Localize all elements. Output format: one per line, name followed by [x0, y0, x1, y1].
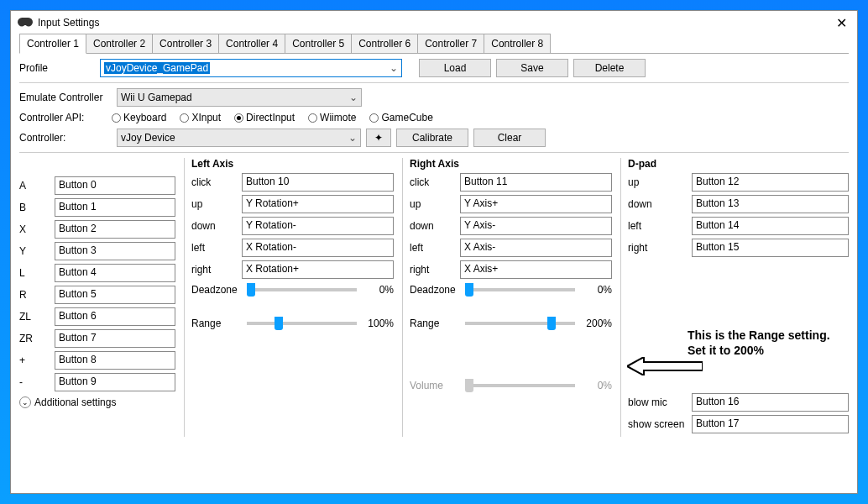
refresh-icon: ✦	[374, 132, 383, 144]
bind-ra-right[interactable]: X Axis+	[460, 260, 612, 279]
key-b: B	[19, 202, 55, 213]
radio-gamecube[interactable]: GameCube	[369, 112, 432, 123]
calibrate-button[interactable]: Calibrate	[396, 129, 468, 147]
tab-controller-6[interactable]: Controller 6	[351, 34, 418, 54]
radio-wiimote[interactable]: Wiimote	[308, 112, 356, 123]
input-settings-window: Input Settings ✕ Controller 1 Controller…	[10, 10, 858, 494]
bind-la-click[interactable]: Button 10	[242, 173, 394, 192]
refresh-button[interactable]: ✦	[366, 129, 391, 147]
controller-row: Controller: vJoy Device ⌄ ✦ Calibrate Cl…	[19, 129, 849, 147]
chevron-down-icon: ⌄	[349, 92, 358, 103]
key-plus: +	[19, 354, 55, 366]
profile-value: vJoyDevice_GamePad	[104, 62, 210, 74]
buttons-section: AButton 0 BButton 1 XButton 2 YButton 3 …	[19, 158, 175, 437]
key-zl: ZL	[19, 311, 55, 323]
bind-dp-up[interactable]: Button 12	[692, 173, 849, 192]
bind-dp-right[interactable]: Button 15	[692, 239, 849, 257]
mapping-columns: AButton 0 BButton 1 XButton 2 YButton 3 …	[19, 158, 849, 437]
bind-ra-left[interactable]: X Axis-	[460, 239, 612, 257]
bind-la-left[interactable]: X Rotation-	[242, 239, 394, 257]
radio-keyboard[interactable]: Keyboard	[112, 112, 166, 123]
bind-a[interactable]: Button 0	[55, 176, 175, 195]
load-button[interactable]: Load	[419, 59, 491, 77]
bind-zl[interactable]: Button 6	[55, 307, 175, 326]
key-l: L	[19, 267, 55, 279]
key-minus: -	[19, 376, 55, 388]
emulate-value: Wii U Gamepad	[121, 92, 192, 103]
volume-slider	[465, 384, 575, 387]
left-axis-section: Left Axis clickButton 10 upY Rotation+ d…	[184, 158, 394, 437]
bind-b[interactable]: Button 1	[55, 198, 175, 217]
left-axis-title: Left Axis	[191, 158, 394, 170]
show-screen-label: show screen	[628, 418, 692, 430]
bind-minus[interactable]: Button 9	[55, 373, 175, 391]
controller-value: vJoy Device	[121, 132, 175, 144]
right-axis-title: Right Axis	[410, 158, 612, 170]
key-zr: ZR	[19, 333, 55, 344]
delete-button[interactable]: Delete	[573, 59, 646, 77]
api-label: Controller API:	[19, 112, 103, 123]
content: Controller 1 Controller 2 Controller 3 C…	[11, 34, 857, 444]
profile-label: Profile	[19, 62, 95, 74]
tab-controller-1[interactable]: Controller 1	[19, 34, 86, 54]
bind-la-up[interactable]: Y Rotation+	[242, 195, 394, 213]
clear-button[interactable]: Clear	[473, 129, 546, 147]
blow-mic-label: blow mic	[628, 396, 692, 408]
api-row: Controller API: Keyboard XInput DirectIn…	[19, 112, 849, 123]
window-title: Input Settings	[38, 17, 833, 29]
gamepad-icon	[18, 18, 33, 28]
key-a: A	[19, 180, 55, 192]
emulate-row: Emulate Controller Wii U Gamepad ⌄	[19, 88, 849, 107]
chevron-down-icon: ⌄	[348, 132, 357, 144]
additional-settings-toggle[interactable]: ⌄ Additional settings	[19, 396, 175, 408]
dpad-section: D-pad upButton 12 downButton 13 leftButt…	[620, 158, 849, 437]
chevron-down-icon: ⌄	[19, 396, 31, 408]
bind-dp-left[interactable]: Button 14	[692, 217, 849, 235]
bind-show-screen[interactable]: Button 17	[692, 415, 849, 433]
annotation-text: This is the Range setting. Set it to 200…	[688, 328, 847, 358]
tab-controller-7[interactable]: Controller 7	[417, 34, 484, 54]
bind-x[interactable]: Button 2	[55, 220, 175, 239]
tab-controller-3[interactable]: Controller 3	[152, 34, 219, 54]
key-y: Y	[19, 245, 55, 257]
tab-controller-2[interactable]: Controller 2	[86, 34, 153, 54]
bind-ra-down[interactable]: Y Axis-	[460, 217, 612, 235]
close-button[interactable]: ✕	[833, 15, 850, 31]
ra-deadzone-slider[interactable]	[465, 288, 575, 291]
bind-r[interactable]: Button 5	[55, 286, 175, 304]
right-axis-section: Right Axis clickButton 11 upY Axis+ down…	[402, 158, 612, 437]
bind-ra-click[interactable]: Button 11	[460, 173, 612, 192]
bind-l[interactable]: Button 4	[55, 264, 175, 282]
key-x: X	[19, 223, 55, 235]
key-r: R	[19, 289, 55, 301]
bind-plus[interactable]: Button 8	[55, 351, 175, 370]
save-button[interactable]: Save	[496, 59, 568, 77]
dpad-title: D-pad	[628, 158, 849, 170]
la-deadzone-slider[interactable]	[247, 288, 357, 291]
emulate-label: Emulate Controller	[19, 92, 112, 103]
titlebar: Input Settings ✕	[11, 11, 857, 34]
la-range-slider[interactable]	[247, 322, 357, 325]
profile-combobox[interactable]: vJoyDevice_GamePad ⌄	[100, 59, 402, 77]
tab-controller-5[interactable]: Controller 5	[285, 34, 352, 54]
controller-combobox[interactable]: vJoy Device ⌄	[117, 129, 361, 147]
bind-la-down[interactable]: Y Rotation-	[242, 217, 394, 235]
tabs: Controller 1 Controller 2 Controller 3 C…	[19, 34, 849, 54]
radio-directinput[interactable]: DirectInput	[234, 112, 295, 123]
arrow-icon	[627, 357, 703, 375]
bind-ra-up[interactable]: Y Axis+	[460, 195, 612, 213]
radio-xinput[interactable]: XInput	[180, 112, 221, 123]
emulate-combobox[interactable]: Wii U Gamepad ⌄	[117, 88, 362, 107]
bind-dp-down[interactable]: Button 13	[692, 195, 849, 213]
additional-settings-label: Additional settings	[34, 396, 116, 408]
bind-zr[interactable]: Button 7	[55, 329, 175, 348]
chevron-down-icon: ⌄	[390, 62, 398, 74]
tab-controller-8[interactable]: Controller 8	[484, 34, 551, 54]
bind-la-right[interactable]: X Rotation+	[242, 260, 394, 279]
profile-row: Profile vJoyDevice_GamePad ⌄ Load Save D…	[19, 59, 849, 77]
tab-controller-4[interactable]: Controller 4	[218, 34, 285, 54]
bind-y[interactable]: Button 3	[55, 242, 175, 260]
bind-blow-mic[interactable]: Button 16	[692, 393, 849, 412]
ra-range-slider[interactable]	[465, 322, 575, 325]
controller-label: Controller:	[19, 132, 112, 144]
